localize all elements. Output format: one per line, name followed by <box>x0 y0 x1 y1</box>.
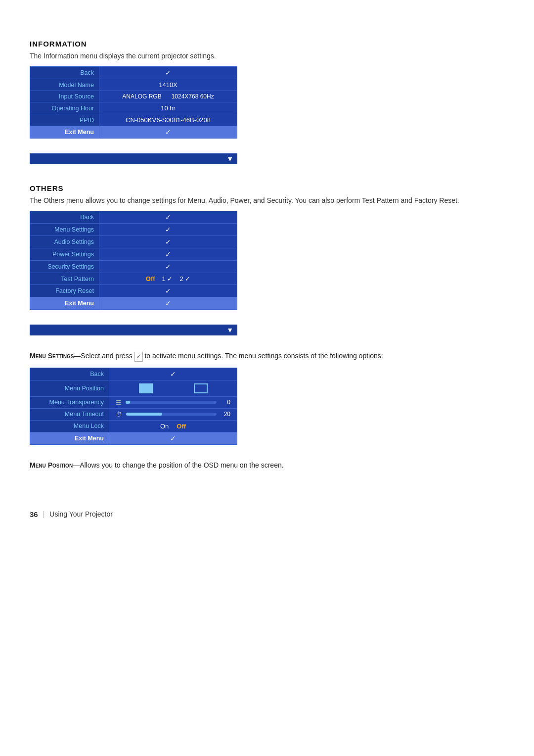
row-label: Menu Settings <box>30 224 99 236</box>
row-value <box>109 380 237 396</box>
row-value: ✓ <box>109 368 237 380</box>
exit-label: Exit Menu <box>30 432 109 444</box>
table-row: Factory Reset ✓ <box>30 285 237 297</box>
test-pattern-2: 2 ✓ <box>179 275 190 283</box>
table-row: Input Source ANALOG RGB 1024X768 60Hz <box>30 91 237 102</box>
row-label: Model Name <box>30 79 99 91</box>
position-box-inactive <box>194 383 208 393</box>
exit-menu-row[interactable]: Exit Menu ✓ <box>30 126 237 139</box>
row-label: Audio Settings <box>30 236 99 248</box>
others-desc: The Others menu allows you to change set… <box>30 195 504 206</box>
others-table-wrapper: Back ✓ Menu Settings ✓ Audio Settings ✓ … <box>30 211 504 335</box>
table-row: Audio Settings ✓ <box>30 236 237 248</box>
row-label: Factory Reset <box>30 285 99 297</box>
row-value: ✓ <box>99 285 237 297</box>
slider-fill <box>126 401 130 404</box>
table-row: Menu Position <box>30 380 237 396</box>
row-label: Menu Position <box>30 380 109 396</box>
row-label: PPID <box>30 114 99 126</box>
check-key-icon: ✓ <box>134 352 143 362</box>
table-row: Power Settings ✓ <box>30 248 237 261</box>
row-value: ✓ <box>99 224 237 236</box>
menu-settings-table-wrapper: Back ✓ Menu Position Menu Transparency ☰ <box>30 368 504 445</box>
menu-position-text: —Allows you to change the position of th… <box>73 461 283 469</box>
row-value: 10 hr <box>99 102 237 114</box>
row-label: Power Settings <box>30 248 99 261</box>
exit-value: ✓ <box>99 297 237 310</box>
information-desc: The Information menu displays the curren… <box>30 51 504 61</box>
row-value: ANALOG RGB 1024X768 60Hz <box>99 91 237 102</box>
exit-value: ✓ <box>109 432 237 444</box>
exit-menu-row[interactable]: Exit Menu ✓ <box>30 432 237 444</box>
exit-menu-row[interactable]: Exit Menu ✓ <box>30 297 237 310</box>
slider-icon-left: ☰ <box>116 399 122 406</box>
row-value: 1410X <box>99 79 237 91</box>
row-value: ✓ <box>99 211 237 224</box>
others-title: OTHERS <box>30 184 504 192</box>
row-label: Menu Transparency <box>30 396 109 408</box>
row-value: CN-050KV6-S0081-46B-0208 <box>99 114 237 126</box>
row-value: ✓ <box>99 248 237 261</box>
test-pattern-1: 1 ✓ <box>162 275 173 283</box>
row-label: Menu Timeout <box>30 408 109 420</box>
slider-fill-2 <box>126 413 162 416</box>
slider-value-2: 20 <box>221 411 230 418</box>
information-table: Back ✓ Model Name 1410X Input Source ANA… <box>30 66 237 139</box>
row-value: ☰ 0 <box>109 396 237 408</box>
slider-bar-2[interactable] <box>126 413 217 416</box>
page-number: 36 <box>30 510 38 519</box>
menu-settings-intro: Menu Settings—Select and press ✓ to acti… <box>30 350 504 362</box>
exit-label: Exit Menu <box>30 126 99 139</box>
row-value: On Off <box>109 420 237 432</box>
others-table: Back ✓ Menu Settings ✓ Audio Settings ✓ … <box>30 211 237 310</box>
table-row: Menu Timeout ⏱ 20 <box>30 408 237 420</box>
position-box-active <box>139 383 153 393</box>
test-pattern-off: Off <box>146 275 155 283</box>
menu-position-bold: Menu Position <box>30 461 73 469</box>
row-label: Back <box>30 67 99 79</box>
row-label: Back <box>30 211 99 224</box>
slider-icon-left-2: ⏱ <box>116 411 122 418</box>
row-value: Off 1 ✓ 2 ✓ <box>99 273 237 285</box>
row-value: ⏱ 20 <box>109 408 237 420</box>
footer-label: Using Your Projector <box>49 510 113 518</box>
exit-value: ✓ <box>99 126 237 139</box>
row-label: Security Settings <box>30 261 99 273</box>
table-row: Menu Lock On Off <box>30 420 237 432</box>
row-label: Input Source <box>30 91 99 102</box>
row-label: Back <box>30 368 109 380</box>
slider-value: 0 <box>221 399 230 406</box>
input-source-type: ANALOG RGB <box>122 93 161 100</box>
position-icons <box>113 382 233 394</box>
table-row: Back ✓ <box>30 211 237 224</box>
menu-settings-bold: Menu Settings <box>30 352 74 360</box>
row-label: Menu Lock <box>30 420 109 432</box>
table-row: Security Settings ✓ <box>30 261 237 273</box>
row-label: Operating Hour <box>30 102 99 114</box>
row-value: ✓ <box>99 261 237 273</box>
table-row: Menu Settings ✓ <box>30 224 237 236</box>
row-label: Test Pattern <box>30 273 99 285</box>
off-option: Off <box>177 423 186 430</box>
scroll-down-arrow-others: ▼ <box>30 325 237 335</box>
em-dash: —Select and press <box>74 352 134 360</box>
table-row: Operating Hour 10 hr <box>30 102 237 114</box>
slider-bar[interactable] <box>126 401 217 404</box>
exit-label: Exit Menu <box>30 297 99 310</box>
menu-settings-table: Back ✓ Menu Position Menu Transparency ☰ <box>30 368 237 445</box>
table-row: PPID CN-050KV6-S0081-46B-0208 <box>30 114 237 126</box>
menu-lock-options: On Off <box>113 423 233 430</box>
scroll-down-arrow: ▼ <box>30 153 237 164</box>
information-section: INFORMATION The Information menu display… <box>30 40 504 164</box>
on-option: On <box>160 423 169 430</box>
menu-position-paragraph: Menu Position—Allows you to change the p… <box>30 460 504 471</box>
input-source-resolution: 1024X768 60Hz <box>172 93 214 100</box>
page-footer: 36 | Using Your Projector <box>30 510 504 519</box>
information-table-wrapper: Back ✓ Model Name 1410X Input Source ANA… <box>30 66 504 164</box>
others-section: OTHERS The Others menu allows you to cha… <box>30 184 504 335</box>
table-row: Menu Transparency ☰ 0 <box>30 396 237 408</box>
information-title: INFORMATION <box>30 40 504 48</box>
transparency-slider: ☰ 0 <box>113 399 233 406</box>
table-row: Back ✓ <box>30 368 237 380</box>
menu-settings-text: to activate menu settings. The menu sett… <box>143 352 383 360</box>
